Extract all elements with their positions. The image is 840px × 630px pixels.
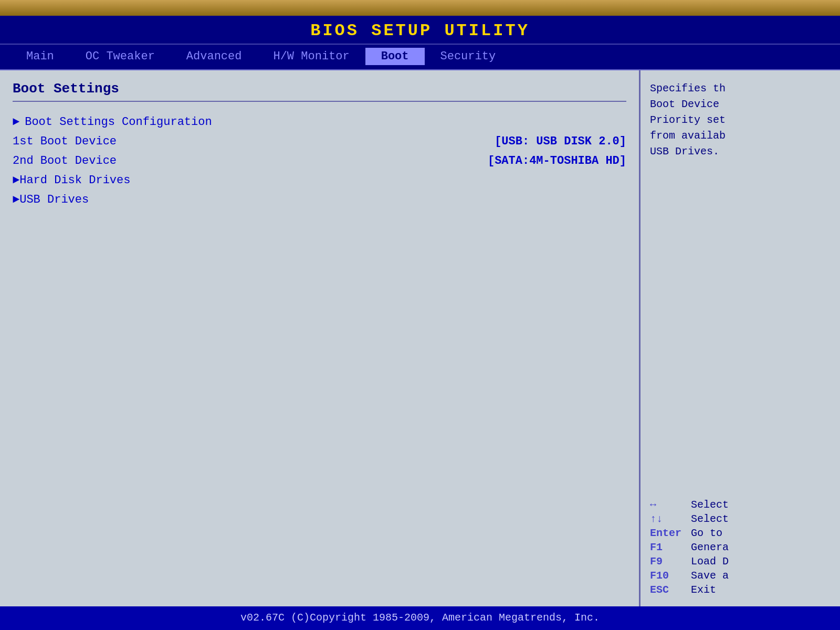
key-row-6: ESC Exit [650,584,831,596]
key-row-0: ↔ Select [650,499,831,511]
key-arrows-ud: ↑↓ [650,513,687,525]
first-boot-device-row[interactable]: 1st Boot Device [USB: USB DISK 2.0] [13,132,626,151]
hard-disk-drives-label: Hard Disk Drives [19,174,130,187]
main-content: Boot Settings ► Boot Settings Configurat… [0,70,840,606]
key-arrows-lr: ↔ [650,499,687,511]
boot-settings-config-label: Boot Settings Configuration [25,116,212,129]
help-line-4: USB Drives. [650,144,831,160]
bezel-strip [0,0,840,16]
arrow-icon-usb: ► [13,193,19,206]
title-bar: BIOS SETUP UTILITY [0,16,840,45]
second-boot-device-label: 2nd Boot Device [13,154,117,167]
first-boot-device-label: 1st Boot Device [13,135,117,148]
menu-item-advanced[interactable]: Advanced [171,48,258,65]
hard-disk-drives-entry[interactable]: ► Hard Disk Drives [13,171,626,190]
key-desc-3: Genera [691,541,729,553]
second-boot-device-value: [SATA:4M-TOSHIBA HD] [488,154,626,167]
help-line-1: Boot Device [650,97,831,112]
arrow-icon-hdd: ► [13,174,19,187]
bios-title: BIOS SETUP UTILITY [0,21,840,40]
boot-settings-config-entry[interactable]: ► Boot Settings Configuration [13,112,626,132]
key-f10: F10 [650,570,687,582]
footer-text: v02.67C (C)Copyright 1985-2009, American… [240,612,600,624]
key-desc-2: Go to [691,527,722,539]
menu-item-main[interactable]: Main [10,48,70,65]
key-desc-5: Save a [691,570,729,582]
menu-item-hw-monitor[interactable]: H/W Monitor [257,48,365,65]
left-panel: Boot Settings ► Boot Settings Configurat… [0,70,640,606]
menu-item-oc-tweaker[interactable]: OC Tweaker [70,48,171,65]
key-row-1: ↑↓ Select [650,513,831,525]
bios-screen: BIOS SETUP UTILITY Main OC Tweaker Advan… [0,16,840,630]
footer: v02.67C (C)Copyright 1985-2009, American… [0,606,840,630]
usb-drives-label: USB Drives [19,193,89,206]
key-desc-0: Select [691,499,729,511]
key-help-section: ↔ Select ↑↓ Select Enter Go to F1 Genera… [650,499,831,596]
help-text: Specifies th Boot Device Priority set fr… [650,81,831,494]
first-boot-device-value: [USB: USB DISK 2.0] [495,135,626,148]
key-desc-1: Select [691,513,729,525]
right-panel: Specifies th Boot Device Priority set fr… [640,70,840,606]
key-row-5: F10 Save a [650,570,831,582]
key-desc-6: Exit [691,584,716,596]
key-enter: Enter [650,527,687,539]
help-line-2: Priority set [650,112,831,128]
key-row-3: F1 Genera [650,541,831,553]
usb-drives-entry[interactable]: ► USB Drives [13,190,626,209]
section-divider [13,101,626,102]
help-line-3: from availab [650,128,831,144]
menu-item-security[interactable]: Security [425,48,512,65]
arrow-icon: ► [13,116,19,129]
key-f1: F1 [650,541,687,553]
key-row-2: Enter Go to [650,527,831,539]
second-boot-device-row[interactable]: 2nd Boot Device [SATA:4M-TOSHIBA HD] [13,151,626,171]
section-title: Boot Settings [13,81,626,97]
key-esc: ESC [650,584,687,596]
key-row-4: F9 Load D [650,555,831,568]
menu-bar: Main OC Tweaker Advanced H/W Monitor Boo… [0,45,840,70]
key-desc-4: Load D [691,555,729,568]
help-line-0: Specifies th [650,81,831,97]
key-f9: F9 [650,555,687,568]
menu-item-boot[interactable]: Boot [365,48,425,65]
